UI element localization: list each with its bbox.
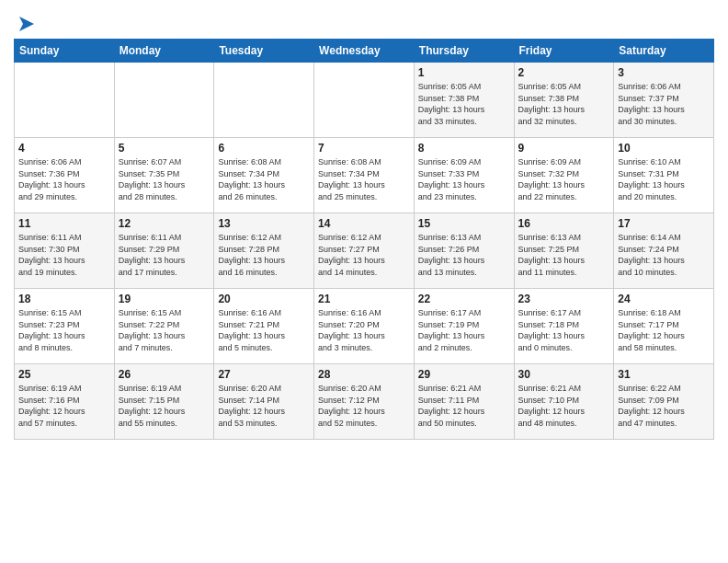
calendar-cell: 2Sunrise: 6:05 AM Sunset: 7:38 PM Daylig… xyxy=(514,63,614,138)
day-detail: Sunrise: 6:09 AM Sunset: 7:32 PM Dayligh… xyxy=(518,156,610,202)
day-number: 4 xyxy=(18,142,110,155)
calendar-cell: 14Sunrise: 6:12 AM Sunset: 7:27 PM Dayli… xyxy=(314,213,415,289)
logo-icon xyxy=(16,13,38,35)
week-row-1: 1Sunrise: 6:05 AM Sunset: 7:38 PM Daylig… xyxy=(15,63,714,138)
calendar-cell: 26Sunrise: 6:19 AM Sunset: 7:15 PM Dayli… xyxy=(114,364,214,440)
calendar-cell: 15Sunrise: 6:13 AM Sunset: 7:26 PM Dayli… xyxy=(414,213,514,289)
day-number: 18 xyxy=(18,293,110,305)
calendar-cell: 17Sunrise: 6:14 AM Sunset: 7:24 PM Dayli… xyxy=(614,213,714,289)
day-number: 27 xyxy=(218,368,310,381)
calendar-cell: 10Sunrise: 6:10 AM Sunset: 7:31 PM Dayli… xyxy=(614,138,714,213)
calendar-cell: 9Sunrise: 6:09 AM Sunset: 7:32 PM Daylig… xyxy=(514,138,614,213)
calendar-cell: 11Sunrise: 6:11 AM Sunset: 7:30 PM Dayli… xyxy=(15,213,115,289)
calendar-cell: 13Sunrise: 6:12 AM Sunset: 7:28 PM Dayli… xyxy=(214,213,314,289)
day-number: 17 xyxy=(618,217,710,230)
week-row-3: 11Sunrise: 6:11 AM Sunset: 7:30 PM Dayli… xyxy=(15,213,714,289)
day-number: 5 xyxy=(119,142,210,155)
calendar-cell: 18Sunrise: 6:15 AM Sunset: 7:23 PM Dayli… xyxy=(15,289,115,364)
day-detail: Sunrise: 6:10 AM Sunset: 7:31 PM Dayligh… xyxy=(618,156,710,202)
day-detail: Sunrise: 6:19 AM Sunset: 7:16 PM Dayligh… xyxy=(18,383,110,429)
calendar-cell: 7Sunrise: 6:08 AM Sunset: 7:34 PM Daylig… xyxy=(314,138,415,213)
weekday-header-wednesday: Wednesday xyxy=(314,40,415,63)
week-row-4: 18Sunrise: 6:15 AM Sunset: 7:23 PM Dayli… xyxy=(15,289,714,364)
day-detail: Sunrise: 6:11 AM Sunset: 7:29 PM Dayligh… xyxy=(119,232,210,278)
calendar-cell: 21Sunrise: 6:16 AM Sunset: 7:20 PM Dayli… xyxy=(314,289,415,364)
day-number: 20 xyxy=(218,293,310,305)
calendar-cell: 27Sunrise: 6:20 AM Sunset: 7:14 PM Dayli… xyxy=(214,364,314,440)
header xyxy=(14,9,714,35)
calendar-cell xyxy=(314,63,415,138)
day-number: 2 xyxy=(518,66,610,79)
day-detail: Sunrise: 6:11 AM Sunset: 7:30 PM Dayligh… xyxy=(18,232,110,278)
day-detail: Sunrise: 6:06 AM Sunset: 7:37 PM Dayligh… xyxy=(618,81,710,127)
day-number: 28 xyxy=(318,368,410,381)
day-detail: Sunrise: 6:12 AM Sunset: 7:28 PM Dayligh… xyxy=(218,232,310,278)
day-detail: Sunrise: 6:21 AM Sunset: 7:11 PM Dayligh… xyxy=(418,383,510,429)
calendar-cell: 23Sunrise: 6:17 AM Sunset: 7:18 PM Dayli… xyxy=(514,289,614,364)
calendar-cell: 22Sunrise: 6:17 AM Sunset: 7:19 PM Dayli… xyxy=(414,289,514,364)
weekday-header-tuesday: Tuesday xyxy=(214,40,314,63)
weekday-header-sunday: Sunday xyxy=(15,40,115,63)
calendar-cell: 31Sunrise: 6:22 AM Sunset: 7:09 PM Dayli… xyxy=(614,364,714,440)
day-detail: Sunrise: 6:22 AM Sunset: 7:09 PM Dayligh… xyxy=(618,383,710,429)
day-number: 3 xyxy=(618,66,710,79)
calendar-cell xyxy=(214,63,314,138)
day-number: 9 xyxy=(518,142,610,155)
calendar-cell: 6Sunrise: 6:08 AM Sunset: 7:34 PM Daylig… xyxy=(214,138,314,213)
day-number: 30 xyxy=(518,368,610,381)
day-detail: Sunrise: 6:05 AM Sunset: 7:38 PM Dayligh… xyxy=(418,81,510,127)
day-number: 22 xyxy=(418,293,510,305)
day-number: 15 xyxy=(418,217,510,230)
day-number: 24 xyxy=(618,293,710,305)
calendar-cell: 20Sunrise: 6:16 AM Sunset: 7:21 PM Dayli… xyxy=(214,289,314,364)
day-number: 31 xyxy=(618,368,710,381)
day-detail: Sunrise: 6:13 AM Sunset: 7:26 PM Dayligh… xyxy=(418,232,510,278)
calendar-cell: 19Sunrise: 6:15 AM Sunset: 7:22 PM Dayli… xyxy=(114,289,214,364)
day-number: 29 xyxy=(418,368,510,381)
day-number: 23 xyxy=(518,293,610,305)
calendar-cell: 3Sunrise: 6:06 AM Sunset: 7:37 PM Daylig… xyxy=(614,63,714,138)
calendar-cell: 16Sunrise: 6:13 AM Sunset: 7:25 PM Dayli… xyxy=(514,213,614,289)
day-detail: Sunrise: 6:20 AM Sunset: 7:12 PM Dayligh… xyxy=(318,383,410,429)
day-detail: Sunrise: 6:18 AM Sunset: 7:17 PM Dayligh… xyxy=(618,307,710,353)
day-number: 16 xyxy=(518,217,610,230)
calendar-cell: 28Sunrise: 6:20 AM Sunset: 7:12 PM Dayli… xyxy=(314,364,415,440)
day-number: 12 xyxy=(119,217,210,230)
day-detail: Sunrise: 6:14 AM Sunset: 7:24 PM Dayligh… xyxy=(618,232,710,278)
day-number: 19 xyxy=(119,293,210,305)
day-number: 11 xyxy=(18,217,110,230)
calendar-cell: 4Sunrise: 6:06 AM Sunset: 7:36 PM Daylig… xyxy=(15,138,115,213)
day-detail: Sunrise: 6:16 AM Sunset: 7:21 PM Dayligh… xyxy=(218,307,310,353)
weekday-header-thursday: Thursday xyxy=(414,40,514,63)
day-number: 1 xyxy=(418,66,510,79)
day-number: 21 xyxy=(318,293,410,305)
calendar-cell: 5Sunrise: 6:07 AM Sunset: 7:35 PM Daylig… xyxy=(114,138,214,213)
day-detail: Sunrise: 6:08 AM Sunset: 7:34 PM Dayligh… xyxy=(318,156,410,202)
day-number: 6 xyxy=(218,142,310,155)
calendar-cell: 29Sunrise: 6:21 AM Sunset: 7:11 PM Dayli… xyxy=(414,364,514,440)
weekday-header-friday: Friday xyxy=(514,40,614,63)
day-number: 13 xyxy=(218,217,310,230)
day-number: 7 xyxy=(318,142,410,155)
calendar-cell: 24Sunrise: 6:18 AM Sunset: 7:17 PM Dayli… xyxy=(614,289,714,364)
day-detail: Sunrise: 6:17 AM Sunset: 7:18 PM Dayligh… xyxy=(518,307,610,353)
calendar-cell xyxy=(114,63,214,138)
day-detail: Sunrise: 6:17 AM Sunset: 7:19 PM Dayligh… xyxy=(418,307,510,353)
day-number: 26 xyxy=(119,368,210,381)
day-number: 8 xyxy=(418,142,510,155)
day-number: 10 xyxy=(618,142,710,155)
calendar-cell: 12Sunrise: 6:11 AM Sunset: 7:29 PM Dayli… xyxy=(114,213,214,289)
day-detail: Sunrise: 6:16 AM Sunset: 7:20 PM Dayligh… xyxy=(318,307,410,353)
calendar-cell: 25Sunrise: 6:19 AM Sunset: 7:16 PM Dayli… xyxy=(15,364,115,440)
day-detail: Sunrise: 6:15 AM Sunset: 7:22 PM Dayligh… xyxy=(119,307,210,353)
weekday-header-row: SundayMondayTuesdayWednesdayThursdayFrid… xyxy=(15,40,714,63)
week-row-2: 4Sunrise: 6:06 AM Sunset: 7:36 PM Daylig… xyxy=(15,138,714,213)
calendar-cell xyxy=(15,63,115,138)
calendar-cell: 1Sunrise: 6:05 AM Sunset: 7:38 PM Daylig… xyxy=(414,63,514,138)
logo xyxy=(14,13,38,35)
page: SundayMondayTuesdayWednesdayThursdayFrid… xyxy=(0,0,728,449)
day-detail: Sunrise: 6:07 AM Sunset: 7:35 PM Dayligh… xyxy=(119,156,210,202)
day-detail: Sunrise: 6:20 AM Sunset: 7:14 PM Dayligh… xyxy=(218,383,310,429)
weekday-header-monday: Monday xyxy=(114,40,214,63)
calendar-cell: 30Sunrise: 6:21 AM Sunset: 7:10 PM Dayli… xyxy=(514,364,614,440)
